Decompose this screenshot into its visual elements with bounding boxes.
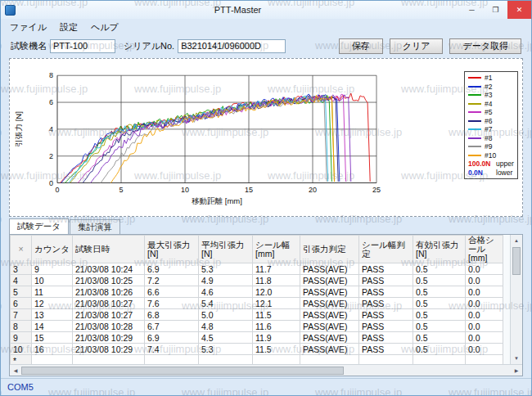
grid-cell[interactable]: 12.1 <box>253 298 300 309</box>
column-header[interactable]: カウンタ <box>32 236 73 263</box>
grid-cell[interactable]: PASS(AVE) <box>300 298 359 309</box>
grid-cell[interactable]: 11.9 <box>253 332 300 344</box>
grid-cell[interactable]: 0.0 <box>466 263 503 275</box>
tab-test-data[interactable]: 試験データ <box>9 218 69 234</box>
grid-cell[interactable]: PASS <box>359 286 413 298</box>
scroll-up-arrow[interactable]: ▲ <box>511 235 522 246</box>
horizontal-scroll-thumb[interactable] <box>21 367 344 375</box>
close-button[interactable]: ✕ <box>507 1 531 19</box>
grid-cell[interactable]: 5.4 <box>199 298 253 309</box>
grid-cell[interactable]: 11.5 <box>253 344 300 355</box>
column-header[interactable]: 試験日時 <box>73 236 145 263</box>
grid-cell[interactable]: 0.0 <box>466 332 503 344</box>
row-header[interactable]: 8 <box>11 321 32 332</box>
column-header[interactable]: 有効引張力 [N] <box>413 236 466 263</box>
grid-cell[interactable]: 0.5 <box>413 309 466 321</box>
horizontal-scrollbar[interactable]: ◀ ▶ <box>10 364 522 376</box>
grid-cell[interactable]: 4.5 <box>199 332 253 344</box>
acquire-data-button[interactable]: データ取得 <box>449 38 521 54</box>
grid-cell[interactable] <box>32 355 73 365</box>
grid-cell[interactable]: 6.6 <box>145 286 199 298</box>
grid-cell[interactable]: 5.0 <box>199 309 253 321</box>
grid-cell[interactable]: 21/03/08 10:28 <box>73 321 145 332</box>
column-header[interactable]: 引張力判定 <box>300 236 359 263</box>
grid-cell[interactable]: 0.0 <box>466 321 503 332</box>
row-header[interactable]: 10 <box>11 344 32 355</box>
grid-cell[interactable]: PASS <box>359 332 413 344</box>
grid-cell[interactable]: 16 <box>32 344 73 355</box>
grid-cell[interactable]: PASS <box>359 309 413 321</box>
tab-aggregate[interactable]: 集計演算 <box>70 219 120 234</box>
grid-cell[interactable]: 0.0 <box>466 309 503 321</box>
grid-cell[interactable]: 21/03/08 10:29 <box>73 344 145 355</box>
grid-cell[interactable]: 6.9 <box>145 332 199 344</box>
grid-cell[interactable]: 21/03/08 10:26 <box>73 286 145 298</box>
grid-corner-header[interactable]: × <box>11 236 32 263</box>
grid-cell[interactable]: 12.0 <box>253 286 300 298</box>
grid-cell[interactable]: 4.9 <box>199 275 253 286</box>
menu-item-settings[interactable]: 設定 <box>53 20 84 35</box>
grid-cell[interactable]: 5.3 <box>199 344 253 355</box>
grid-cell[interactable] <box>359 355 413 365</box>
serial-number-input[interactable] <box>178 39 286 53</box>
menu-item-help[interactable]: ヘルプ <box>84 20 125 35</box>
clear-button[interactable]: クリア <box>390 38 444 54</box>
grid-cell[interactable] <box>413 355 466 365</box>
grid-cell[interactable]: PASS(AVE) <box>300 286 359 298</box>
grid-cell[interactable]: 0.0 <box>466 298 503 309</box>
menu-item-file[interactable]: ファイル <box>3 20 53 35</box>
grid-cell[interactable]: 7.6 <box>145 298 199 309</box>
grid-cell[interactable]: 4.8 <box>199 321 253 332</box>
column-header[interactable]: 最大引張力 [N] <box>145 236 199 263</box>
title-bar[interactable]: PTT-Master ─ ❐ ✕ <box>1 1 531 19</box>
grid-cell[interactable]: 13 <box>32 309 73 321</box>
grid-cell[interactable] <box>145 355 199 365</box>
grid-cell[interactable]: 21/03/08 10:25 <box>73 275 145 286</box>
grid-cell[interactable] <box>199 355 253 365</box>
scroll-left-arrow[interactable]: ◀ <box>10 365 21 376</box>
grid-cell[interactable]: 11.5 <box>253 309 300 321</box>
grid-cell[interactable]: 21/03/08 10:24 <box>73 263 145 275</box>
grid-cell[interactable]: 11.6 <box>253 321 300 332</box>
grid-cell[interactable]: 0.5 <box>413 321 466 332</box>
grid-cell[interactable]: 0.5 <box>413 263 466 275</box>
grid-cell[interactable]: 11.8 <box>253 275 300 286</box>
grid-cell[interactable]: 0.0 <box>466 275 503 286</box>
grid-cell[interactable]: 12 <box>32 298 73 309</box>
grid-cell[interactable]: 5.3 <box>199 263 253 275</box>
grid-cell[interactable]: PASS(AVE) <box>300 332 359 344</box>
grid-cell[interactable]: 0.5 <box>413 275 466 286</box>
grid-cell[interactable]: 0.5 <box>413 298 466 309</box>
grid-cell[interactable]: 21/03/08 10:27 <box>73 309 145 321</box>
grid-cell[interactable]: PASS(AVE) <box>300 275 359 286</box>
grid-cell[interactable]: 0.5 <box>413 344 466 355</box>
grid-cell[interactable]: 9 <box>32 263 73 275</box>
grid-cell[interactable]: 15 <box>32 332 73 344</box>
row-header[interactable]: 3 <box>11 263 32 275</box>
column-header[interactable]: 平均引張力 [N] <box>199 236 253 263</box>
grid-cell[interactable]: 0.5 <box>413 286 466 298</box>
grid-cell[interactable]: PASS <box>359 344 413 355</box>
grid-cell[interactable]: 10 <box>32 275 73 286</box>
row-header[interactable]: 5 <box>11 286 32 298</box>
grid-cell[interactable]: 6.7 <box>145 321 199 332</box>
grid-cell[interactable]: 0.0 <box>466 286 503 298</box>
scroll-down-arrow[interactable]: ▼ <box>511 353 522 364</box>
grid-cell[interactable]: 11.7 <box>253 263 300 275</box>
maximize-button[interactable]: ❐ <box>484 1 507 19</box>
grid-cell[interactable]: 14 <box>32 321 73 332</box>
grid-cell[interactable]: PASS(AVE) <box>300 321 359 332</box>
grid-cell[interactable]: 6.9 <box>145 263 199 275</box>
grid-cell[interactable]: 4.6 <box>199 286 253 298</box>
vertical-scrollbar[interactable]: ▲ ▼ <box>510 235 522 364</box>
row-header[interactable]: 6 <box>11 298 32 309</box>
grid-cell[interactable]: PASS(AVE) <box>300 263 359 275</box>
row-header[interactable]: 9 <box>11 332 32 344</box>
grid-cell[interactable]: PASS(AVE) <box>300 309 359 321</box>
grid-cell[interactable]: 21/03/08 10:27 <box>73 298 145 309</box>
grid-cell[interactable] <box>253 355 300 365</box>
minimize-button[interactable]: ─ <box>460 1 484 19</box>
grid-cell[interactable]: PASS <box>359 263 413 275</box>
grid-cell[interactable]: 7.4 <box>145 344 199 355</box>
grid-cell[interactable]: 21/03/08 10:29 <box>73 332 145 344</box>
